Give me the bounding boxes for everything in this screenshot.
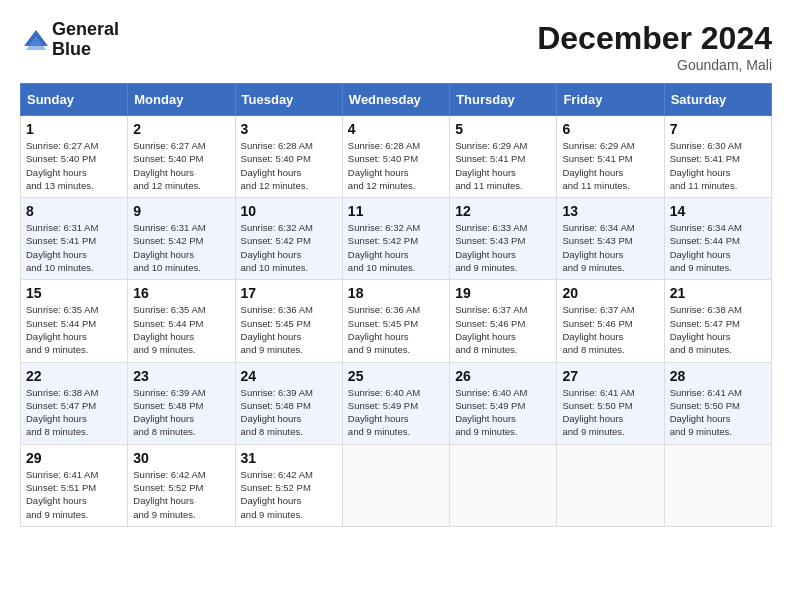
- day-info: Sunrise: 6:40 AM Sunset: 5:49 PM Dayligh…: [455, 386, 551, 439]
- day-info: Sunrise: 6:34 AM Sunset: 5:44 PM Dayligh…: [670, 221, 766, 274]
- calendar-cell: 30 Sunrise: 6:42 AM Sunset: 5:52 PM Dayl…: [128, 444, 235, 526]
- location: Goundam, Mali: [537, 57, 772, 73]
- day-info: Sunrise: 6:30 AM Sunset: 5:41 PM Dayligh…: [670, 139, 766, 192]
- day-info: Sunrise: 6:28 AM Sunset: 5:40 PM Dayligh…: [241, 139, 337, 192]
- day-number: 6: [562, 121, 658, 137]
- calendar-cell: 20 Sunrise: 6:37 AM Sunset: 5:46 PM Dayl…: [557, 280, 664, 362]
- day-info: Sunrise: 6:34 AM Sunset: 5:43 PM Dayligh…: [562, 221, 658, 274]
- header: General Blue December 2024 Goundam, Mali: [20, 20, 772, 73]
- day-number: 10: [241, 203, 337, 219]
- day-number: 19: [455, 285, 551, 301]
- day-info: Sunrise: 6:27 AM Sunset: 5:40 PM Dayligh…: [133, 139, 229, 192]
- calendar-cell: 5 Sunrise: 6:29 AM Sunset: 5:41 PM Dayli…: [450, 116, 557, 198]
- calendar-cell: 23 Sunrise: 6:39 AM Sunset: 5:48 PM Dayl…: [128, 362, 235, 444]
- calendar-cell: 1 Sunrise: 6:27 AM Sunset: 5:40 PM Dayli…: [21, 116, 128, 198]
- day-info: Sunrise: 6:31 AM Sunset: 5:41 PM Dayligh…: [26, 221, 122, 274]
- day-number: 13: [562, 203, 658, 219]
- day-number: 9: [133, 203, 229, 219]
- day-info: Sunrise: 6:28 AM Sunset: 5:40 PM Dayligh…: [348, 139, 444, 192]
- weekday-header-row: SundayMondayTuesdayWednesdayThursdayFrid…: [21, 84, 772, 116]
- day-number: 26: [455, 368, 551, 384]
- day-number: 15: [26, 285, 122, 301]
- day-number: 22: [26, 368, 122, 384]
- day-number: 4: [348, 121, 444, 137]
- weekday-header-wednesday: Wednesday: [342, 84, 449, 116]
- calendar-cell: 3 Sunrise: 6:28 AM Sunset: 5:40 PM Dayli…: [235, 116, 342, 198]
- calendar-cell: 22 Sunrise: 6:38 AM Sunset: 5:47 PM Dayl…: [21, 362, 128, 444]
- calendar-cell: 19 Sunrise: 6:37 AM Sunset: 5:46 PM Dayl…: [450, 280, 557, 362]
- calendar-week-row: 29 Sunrise: 6:41 AM Sunset: 5:51 PM Dayl…: [21, 444, 772, 526]
- calendar-cell: 11 Sunrise: 6:32 AM Sunset: 5:42 PM Dayl…: [342, 198, 449, 280]
- day-number: 8: [26, 203, 122, 219]
- calendar-cell: 9 Sunrise: 6:31 AM Sunset: 5:42 PM Dayli…: [128, 198, 235, 280]
- calendar-week-row: 15 Sunrise: 6:35 AM Sunset: 5:44 PM Dayl…: [21, 280, 772, 362]
- day-number: 29: [26, 450, 122, 466]
- calendar-cell: 26 Sunrise: 6:40 AM Sunset: 5:49 PM Dayl…: [450, 362, 557, 444]
- weekday-header-saturday: Saturday: [664, 84, 771, 116]
- day-number: 17: [241, 285, 337, 301]
- day-info: Sunrise: 6:41 AM Sunset: 5:50 PM Dayligh…: [670, 386, 766, 439]
- day-info: Sunrise: 6:38 AM Sunset: 5:47 PM Dayligh…: [670, 303, 766, 356]
- logo: General Blue: [20, 20, 119, 60]
- calendar-cell: 24 Sunrise: 6:39 AM Sunset: 5:48 PM Dayl…: [235, 362, 342, 444]
- day-info: Sunrise: 6:37 AM Sunset: 5:46 PM Dayligh…: [455, 303, 551, 356]
- calendar-cell: [342, 444, 449, 526]
- calendar-cell: [450, 444, 557, 526]
- weekday-header-tuesday: Tuesday: [235, 84, 342, 116]
- day-number: 7: [670, 121, 766, 137]
- day-number: 5: [455, 121, 551, 137]
- day-info: Sunrise: 6:27 AM Sunset: 5:40 PM Dayligh…: [26, 139, 122, 192]
- weekday-header-thursday: Thursday: [450, 84, 557, 116]
- day-info: Sunrise: 6:36 AM Sunset: 5:45 PM Dayligh…: [241, 303, 337, 356]
- calendar-week-row: 8 Sunrise: 6:31 AM Sunset: 5:41 PM Dayli…: [21, 198, 772, 280]
- logo-icon: [20, 26, 48, 54]
- day-number: 24: [241, 368, 337, 384]
- weekday-header-sunday: Sunday: [21, 84, 128, 116]
- weekday-header-friday: Friday: [557, 84, 664, 116]
- calendar-cell: 12 Sunrise: 6:33 AM Sunset: 5:43 PM Dayl…: [450, 198, 557, 280]
- weekday-header-monday: Monday: [128, 84, 235, 116]
- day-info: Sunrise: 6:32 AM Sunset: 5:42 PM Dayligh…: [241, 221, 337, 274]
- calendar-cell: 16 Sunrise: 6:35 AM Sunset: 5:44 PM Dayl…: [128, 280, 235, 362]
- day-info: Sunrise: 6:32 AM Sunset: 5:42 PM Dayligh…: [348, 221, 444, 274]
- day-info: Sunrise: 6:35 AM Sunset: 5:44 PM Dayligh…: [133, 303, 229, 356]
- day-info: Sunrise: 6:29 AM Sunset: 5:41 PM Dayligh…: [562, 139, 658, 192]
- day-number: 12: [455, 203, 551, 219]
- day-number: 25: [348, 368, 444, 384]
- day-number: 16: [133, 285, 229, 301]
- day-number: 11: [348, 203, 444, 219]
- day-info: Sunrise: 6:39 AM Sunset: 5:48 PM Dayligh…: [241, 386, 337, 439]
- calendar-cell: 15 Sunrise: 6:35 AM Sunset: 5:44 PM Dayl…: [21, 280, 128, 362]
- calendar-table: SundayMondayTuesdayWednesdayThursdayFrid…: [20, 83, 772, 527]
- day-info: Sunrise: 6:35 AM Sunset: 5:44 PM Dayligh…: [26, 303, 122, 356]
- month-title: December 2024: [537, 20, 772, 57]
- day-number: 30: [133, 450, 229, 466]
- day-number: 1: [26, 121, 122, 137]
- day-info: Sunrise: 6:37 AM Sunset: 5:46 PM Dayligh…: [562, 303, 658, 356]
- calendar-cell: [664, 444, 771, 526]
- logo-text: General Blue: [52, 20, 119, 60]
- day-number: 14: [670, 203, 766, 219]
- day-number: 2: [133, 121, 229, 137]
- day-number: 20: [562, 285, 658, 301]
- calendar-cell: 28 Sunrise: 6:41 AM Sunset: 5:50 PM Dayl…: [664, 362, 771, 444]
- day-info: Sunrise: 6:29 AM Sunset: 5:41 PM Dayligh…: [455, 139, 551, 192]
- calendar-cell: 14 Sunrise: 6:34 AM Sunset: 5:44 PM Dayl…: [664, 198, 771, 280]
- day-info: Sunrise: 6:36 AM Sunset: 5:45 PM Dayligh…: [348, 303, 444, 356]
- calendar-week-row: 1 Sunrise: 6:27 AM Sunset: 5:40 PM Dayli…: [21, 116, 772, 198]
- calendar-cell: 18 Sunrise: 6:36 AM Sunset: 5:45 PM Dayl…: [342, 280, 449, 362]
- day-number: 21: [670, 285, 766, 301]
- calendar-cell: 29 Sunrise: 6:41 AM Sunset: 5:51 PM Dayl…: [21, 444, 128, 526]
- day-number: 28: [670, 368, 766, 384]
- day-number: 18: [348, 285, 444, 301]
- day-info: Sunrise: 6:41 AM Sunset: 5:51 PM Dayligh…: [26, 468, 122, 521]
- calendar-cell: 4 Sunrise: 6:28 AM Sunset: 5:40 PM Dayli…: [342, 116, 449, 198]
- calendar-cell: 13 Sunrise: 6:34 AM Sunset: 5:43 PM Dayl…: [557, 198, 664, 280]
- calendar-week-row: 22 Sunrise: 6:38 AM Sunset: 5:47 PM Dayl…: [21, 362, 772, 444]
- calendar-cell: 2 Sunrise: 6:27 AM Sunset: 5:40 PM Dayli…: [128, 116, 235, 198]
- day-info: Sunrise: 6:31 AM Sunset: 5:42 PM Dayligh…: [133, 221, 229, 274]
- calendar-cell: 6 Sunrise: 6:29 AM Sunset: 5:41 PM Dayli…: [557, 116, 664, 198]
- day-number: 3: [241, 121, 337, 137]
- calendar-cell: 25 Sunrise: 6:40 AM Sunset: 5:49 PM Dayl…: [342, 362, 449, 444]
- day-number: 31: [241, 450, 337, 466]
